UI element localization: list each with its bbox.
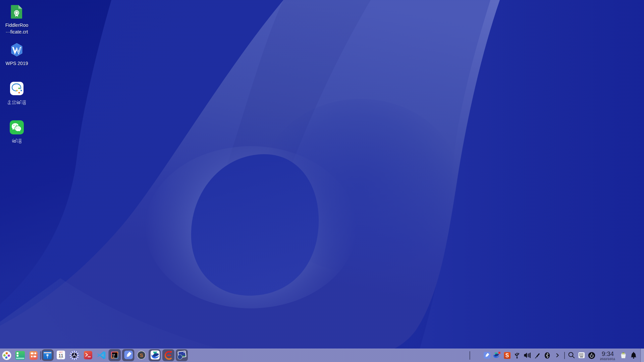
svg-text:2022/10/11: 2022/10/11	[600, 357, 615, 361]
svg-text:S: S	[140, 352, 143, 358]
svg-text:9:34: 9:34	[602, 350, 614, 357]
svg-text:11: 11	[58, 353, 63, 358]
svg-text:IJ: IJ	[113, 353, 115, 356]
svg-text:S: S	[505, 353, 509, 358]
svg-text:Tue: Tue	[60, 358, 62, 359]
